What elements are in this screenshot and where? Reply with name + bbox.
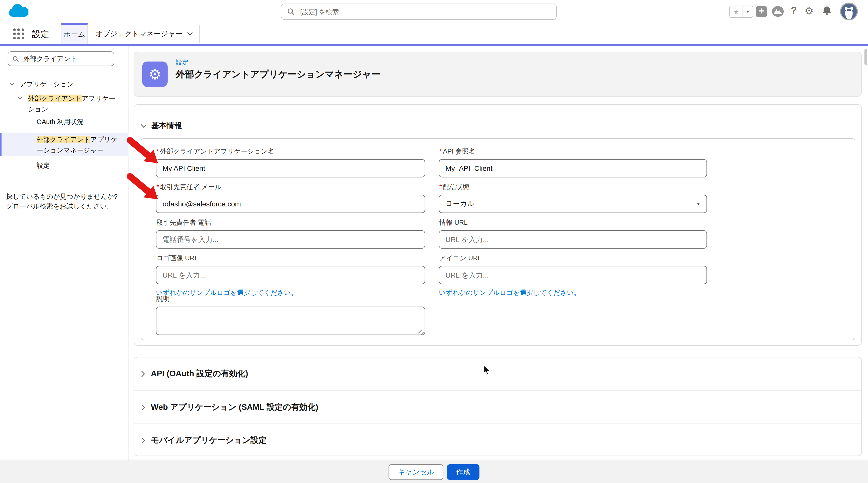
field-label: *取引先責任者 メール [156, 182, 425, 192]
field-label: *外部クライアントアプリケーション名 [156, 147, 425, 156]
required-asterisk: * [156, 183, 159, 191]
global-search-input[interactable] [299, 7, 550, 16]
sidebar-item-ecam-selected[interactable]: 外部クライアントアプリケーションマネージャー [37, 134, 118, 155]
chevron-right-icon [141, 437, 145, 444]
required-asterisk: * [156, 147, 159, 155]
app-name: 設定 [32, 28, 49, 40]
info-url-input[interactable] [439, 230, 707, 249]
search-highlight: 外部クライアント [28, 94, 82, 102]
field-label: *配信状態 [439, 182, 707, 192]
section-mobile-settings-toggle[interactable]: モバイルアプリケーション設定 [134, 424, 861, 457]
cancel-button[interactable]: キャンセル [389, 464, 443, 480]
field-info-url: 情報 URL [439, 218, 707, 249]
distribution-state-select[interactable]: ローカル ▼ [439, 195, 707, 213]
field-label: 取引先責任者 電話 [156, 218, 425, 227]
brand-divider [0, 44, 868, 46]
sidebar-item-external-client-apps[interactable]: 外部クライアントアプリケーション [17, 93, 121, 114]
sidebar-help-text: 探しているものが見つかりませんか? グローバル検索をお試しください。 [6, 192, 118, 211]
scrollbar-thumb[interactable] [864, 49, 867, 65]
field-icon-url: アイコン URL いずれかのサンプルロゴを選択してください。 [439, 254, 707, 297]
caret-down-icon: ▼ [746, 9, 750, 14]
quick-find[interactable] [8, 51, 114, 66]
section-title: 基本情報 [151, 121, 182, 131]
page-header-card: ⚙ 設定 外部クライアントアプリケーションマネージャー [133, 52, 862, 96]
favorites-caret-button[interactable]: ▼ [743, 6, 753, 18]
logo-url-input[interactable] [156, 266, 425, 284]
user-avatar[interactable] [840, 3, 858, 20]
notifications-button[interactable] [822, 6, 832, 16]
salesforce-cloud-logo-icon [7, 3, 28, 19]
tab-separator [199, 25, 199, 43]
plus-icon: + [758, 6, 764, 16]
favorites-star-button[interactable]: ★ [730, 6, 743, 18]
setup-gear-button[interactable]: ⚙ [805, 5, 814, 17]
setup-tile: ⚙ [142, 61, 167, 87]
resize-handle[interactable] [418, 330, 424, 335]
star-icon: ★ [733, 8, 739, 16]
question-mark-icon: ? [791, 5, 797, 16]
favorites-group: ★ ▼ [730, 6, 753, 18]
required-asterisk: * [439, 183, 442, 191]
chevron-down-icon [17, 96, 23, 100]
trailhead-button[interactable] [772, 6, 784, 17]
chevron-down-icon [187, 32, 193, 36]
chevron-right-icon [141, 404, 145, 410]
chevron-down-icon [141, 124, 147, 128]
app-name-input[interactable] [156, 159, 425, 177]
required-asterisk: * [439, 147, 442, 155]
search-icon [287, 8, 294, 15]
field-label: ロゴ画像 URL [156, 254, 425, 263]
icon-url-input[interactable] [439, 266, 707, 284]
section-basic-info-toggle[interactable]: 基本情報 [141, 121, 182, 131]
search-highlight: 外部クライアント [37, 136, 90, 143]
global-search[interactable] [281, 4, 557, 20]
collapsed-sections-card: API (OAuth 設定の有効化) Web アプリケーション (SAML 設定… [133, 357, 862, 456]
field-app-name: *外部クライアントアプリケーション名 [156, 147, 425, 177]
field-logo-url: ロゴ画像 URL いずれかのサンプルロゴを選択してください。 [156, 254, 425, 297]
caret-down-icon: ▼ [696, 202, 701, 206]
contact-email-input[interactable] [156, 195, 425, 213]
trailhead-mountain-icon [772, 6, 784, 17]
quick-create-button[interactable]: + [756, 6, 767, 17]
salesforce-setup-page: ★ ▼ + ? ⚙ [0, 0, 868, 483]
search-icon [13, 56, 19, 62]
basic-info-fields: *外部クライアントアプリケーション名 *API 参照名 *取引先責任者 メール … [141, 138, 855, 340]
section-web-saml-toggle[interactable]: Web アプリケーション (SAML 設定の有効化) [134, 391, 861, 424]
field-distribution-state: *配信状態 ローカル ▼ [439, 182, 707, 213]
description-textarea[interactable] [156, 307, 425, 335]
field-api-name: *API 参照名 [439, 147, 707, 177]
field-label: 説明 [156, 294, 425, 304]
gear-icon: ⚙ [149, 66, 161, 83]
sidebar-item-applications[interactable]: アプリケーション [9, 79, 74, 89]
breadcrumb-setup-link[interactable]: 設定 [176, 58, 188, 67]
global-header: ★ ▼ + ? ⚙ [0, 0, 868, 23]
help-button[interactable]: ? [791, 5, 797, 16]
chevron-right-icon [141, 371, 145, 377]
create-button[interactable]: 作成 [447, 464, 479, 480]
field-contact-phone: 取引先責任者 電話 [156, 218, 425, 249]
gear-icon: ⚙ [805, 5, 814, 16]
quick-find-input[interactable] [22, 54, 109, 63]
contact-phone-input[interactable] [156, 230, 425, 249]
tab-home[interactable]: ホーム [61, 23, 88, 44]
api-name-input[interactable] [439, 159, 707, 177]
sidebar-item-oauth-usage[interactable]: OAuth 利用状況 [37, 116, 84, 127]
bell-icon [822, 6, 832, 16]
chevron-down-icon [9, 82, 15, 86]
basic-info-card: 基本情報 *外部クライアントアプリケーション名 *API 参照名 *取引先責任者… [133, 104, 862, 346]
avatar-bear-icon [841, 4, 857, 19]
field-label: *API 参照名 [439, 147, 707, 156]
tab-object-manager[interactable]: オブジェクトマネージャー [88, 24, 200, 44]
field-contact-email: *取引先責任者 メール [156, 182, 425, 213]
page-title: 外部クライアントアプリケーションマネージャー [176, 68, 380, 80]
section-api-oauth-toggle[interactable]: API (OAuth 設定の有効化) [134, 358, 861, 391]
sample-logo-link[interactable]: いずれかのサンプルロゴを選択してください。 [439, 288, 580, 297]
field-label: アイコン URL [439, 254, 707, 263]
field-label: 情報 URL [439, 218, 707, 227]
field-description: 説明 [156, 294, 425, 337]
app-launcher-icon[interactable] [13, 28, 24, 40]
setup-sidebar: アプリケーション 外部クライアントアプリケーション OAuth 利用状況 外部ク… [0, 46, 128, 461]
action-footer: キャンセル 作成 [0, 461, 868, 483]
sidebar-item-settings[interactable]: 設定 [37, 160, 50, 171]
setup-tab-bar: 設定 ホーム オブジェクトマネージャー [0, 24, 868, 44]
